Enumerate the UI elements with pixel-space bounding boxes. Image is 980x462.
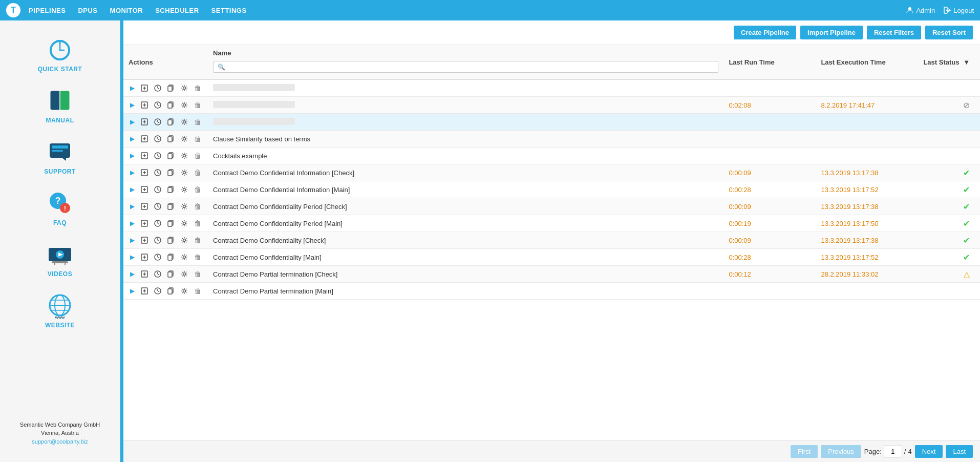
settings-button[interactable] [179, 236, 189, 245]
settings-button[interactable] [179, 100, 189, 110]
run-button[interactable]: ▶ [129, 185, 136, 194]
expand-button[interactable] [139, 151, 150, 160]
delete-button[interactable]: 🗑 [193, 235, 203, 245]
expand-button[interactable] [139, 134, 150, 143]
expand-button[interactable] [139, 219, 150, 228]
delete-button[interactable]: 🗑 [193, 100, 203, 110]
schedule-button[interactable] [153, 117, 163, 127]
schedule-button[interactable] [153, 269, 163, 279]
delete-button[interactable]: 🗑 [193, 184, 203, 195]
schedule-button[interactable] [153, 286, 163, 296]
settings-button[interactable] [179, 151, 189, 160]
copy-button[interactable] [166, 269, 176, 279]
settings-button[interactable] [179, 185, 189, 194]
current-page-input[interactable] [884, 446, 902, 457]
expand-button[interactable] [139, 269, 150, 279]
delete-button[interactable]: 🗑 [193, 252, 203, 262]
copy-button[interactable] [166, 236, 176, 245]
run-button[interactable]: ▶ [129, 286, 136, 296]
schedule-button[interactable] [153, 168, 163, 177]
copy-button[interactable] [166, 202, 176, 211]
schedule-button[interactable] [153, 134, 163, 143]
delete-button[interactable]: 🗑 [193, 151, 203, 161]
settings-button[interactable] [179, 83, 189, 93]
schedule-button[interactable] [153, 151, 163, 160]
copy-button[interactable] [166, 253, 176, 262]
create-pipeline-button[interactable]: Create Pipeline [734, 26, 796, 39]
delete-button[interactable]: 🗑 [193, 117, 203, 127]
delete-button[interactable]: 🗑 [193, 269, 203, 279]
schedule-button[interactable] [153, 236, 163, 245]
schedule-button[interactable] [153, 202, 163, 211]
sidebar-item-manual[interactable]: MANUAL [0, 82, 120, 128]
copy-button[interactable] [166, 168, 176, 177]
previous-page-button[interactable]: Previous [821, 445, 861, 458]
copy-button[interactable] [166, 100, 176, 110]
settings-button[interactable] [179, 286, 189, 296]
import-pipeline-button[interactable]: Import Pipeline [800, 26, 863, 39]
schedule-button[interactable] [153, 219, 163, 228]
settings-button[interactable] [179, 134, 189, 143]
sidebar-item-support[interactable]: SUPPORT [0, 133, 120, 179]
copy-button[interactable] [166, 83, 176, 93]
logout-button[interactable]: Logout [943, 6, 974, 14]
delete-button[interactable]: 🗑 [193, 167, 203, 178]
run-button[interactable]: ▶ [129, 134, 136, 143]
sidebar-item-quick-start[interactable]: QUICK START [0, 31, 120, 77]
next-page-button[interactable]: Next [915, 445, 943, 458]
schedule-button[interactable] [153, 100, 163, 110]
reset-sort-button[interactable]: Reset Sort [925, 26, 973, 39]
expand-button[interactable] [139, 168, 150, 177]
run-button[interactable]: ▶ [129, 100, 136, 110]
run-button[interactable]: ▶ [129, 168, 136, 177]
nav-pipelines[interactable]: PIPELINES [29, 7, 66, 14]
expand-button[interactable] [139, 202, 150, 211]
sidebar-item-videos[interactable]: VIDEOS [0, 236, 120, 282]
first-page-button[interactable]: First [791, 445, 818, 458]
copy-button[interactable] [166, 151, 176, 160]
run-button[interactable]: ▶ [129, 219, 136, 228]
schedule-button[interactable] [153, 253, 163, 262]
settings-button[interactable] [179, 253, 189, 262]
expand-button[interactable] [139, 100, 150, 110]
settings-button[interactable] [179, 219, 189, 228]
run-button[interactable]: ▶ [129, 236, 136, 245]
run-button[interactable]: ▶ [129, 151, 136, 160]
expand-button[interactable] [139, 83, 150, 93]
sidebar-item-faq[interactable]: ? ! FAQ [0, 184, 120, 230]
schedule-button[interactable] [153, 185, 163, 194]
copy-button[interactable] [166, 134, 176, 143]
run-button[interactable]: ▶ [129, 202, 136, 211]
expand-button[interactable] [139, 253, 150, 262]
nav-scheduler[interactable]: SCHEDULER [155, 7, 199, 14]
search-input[interactable] [227, 63, 330, 71]
delete-button[interactable]: 🗑 [193, 218, 203, 228]
settings-button[interactable] [179, 168, 189, 177]
run-button[interactable]: ▶ [129, 269, 136, 279]
reset-filters-button[interactable]: Reset Filters [867, 26, 921, 39]
run-button[interactable]: ▶ [129, 117, 136, 127]
last-page-button[interactable]: Last [946, 445, 973, 458]
sidebar-item-website[interactable]: www WEBSITE [0, 287, 120, 333]
expand-button[interactable] [139, 236, 150, 245]
settings-button[interactable] [179, 269, 189, 279]
run-button[interactable]: ▶ [129, 83, 136, 93]
copy-button[interactable] [166, 185, 176, 194]
copy-button[interactable] [166, 286, 176, 296]
settings-button[interactable] [179, 117, 189, 127]
delete-button[interactable]: 🗑 [193, 134, 203, 144]
support-email[interactable]: support@poolparty.biz [32, 438, 88, 445]
settings-button[interactable] [179, 202, 189, 211]
expand-button[interactable] [139, 117, 150, 127]
nav-settings[interactable]: SETTINGS [211, 7, 247, 14]
copy-button[interactable] [166, 219, 176, 228]
delete-button[interactable]: 🗑 [193, 201, 203, 212]
run-button[interactable]: ▶ [129, 253, 136, 262]
delete-button[interactable]: 🗑 [193, 286, 203, 296]
nav-monitor[interactable]: MONITOR [110, 7, 143, 14]
expand-button[interactable] [139, 185, 150, 194]
delete-button[interactable]: 🗑 [193, 83, 203, 93]
copy-button[interactable] [166, 117, 176, 127]
nav-dpus[interactable]: DPUS [78, 7, 97, 14]
expand-button[interactable] [139, 286, 150, 296]
